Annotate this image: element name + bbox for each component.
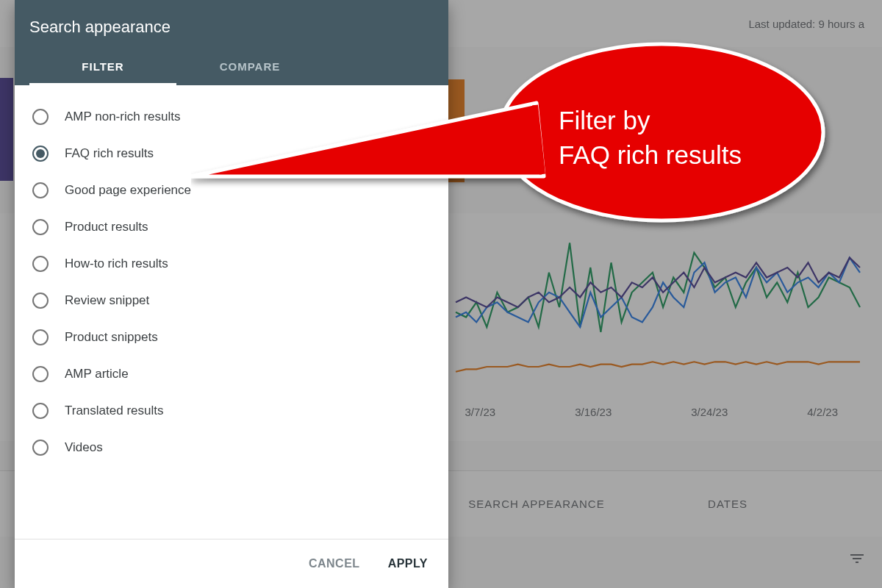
radio-icon — [32, 366, 49, 382]
dialog-header: Search appearance FILTER COMPARE — [15, 0, 448, 85]
filter-option-product-res[interactable]: Product results — [28, 209, 441, 245]
radio-icon — [32, 440, 49, 456]
filter-option-product-snip[interactable]: Product snippets — [28, 319, 441, 356]
radio-icon — [32, 219, 49, 235]
filter-option-label: Translated results — [65, 404, 163, 418]
cancel-button[interactable]: CANCEL — [304, 553, 365, 575]
filter-option-translated[interactable]: Translated results — [28, 392, 441, 429]
radio-icon — [32, 256, 49, 272]
filter-option-label: AMP article — [65, 367, 129, 381]
dialog-title: Search appearance — [29, 15, 434, 50]
filter-option-label: Good page experience — [65, 183, 191, 198]
filter-option-label: FAQ rich results — [65, 146, 154, 161]
filter-option-amp-nonrich[interactable]: AMP non-rich results — [28, 98, 441, 135]
search-appearance-dialog: Search appearance FILTER COMPARE AMP non… — [15, 0, 448, 588]
filter-option-amp-article[interactable]: AMP article — [28, 356, 441, 392]
filter-option-videos[interactable]: Videos — [28, 429, 441, 466]
filter-option-howto-rich[interactable]: How-to rich results — [28, 245, 441, 282]
filter-option-label: Videos — [65, 440, 103, 455]
radio-icon — [32, 293, 49, 309]
dialog-tab-compare[interactable]: COMPARE — [176, 50, 323, 85]
filter-options-list: AMP non-rich resultsFAQ rich resultsGood… — [15, 85, 448, 539]
filter-option-faq-rich[interactable]: FAQ rich results — [28, 135, 441, 172]
dialog-footer: CANCEL APPLY — [15, 539, 448, 588]
apply-button[interactable]: APPLY — [384, 553, 432, 575]
filter-option-label: Product snippets — [65, 330, 158, 345]
filter-option-label: Product results — [65, 220, 148, 234]
filter-option-label: Review snippet — [65, 293, 149, 308]
dialog-tabs: FILTER COMPARE — [29, 50, 434, 85]
filter-option-label: How-to rich results — [65, 257, 168, 271]
radio-icon — [32, 329, 49, 345]
radio-icon — [32, 109, 49, 125]
filter-option-label: AMP non-rich results — [65, 110, 180, 124]
filter-option-good-page-exp[interactable]: Good page experience — [28, 172, 441, 209]
dialog-tab-filter[interactable]: FILTER — [29, 50, 176, 85]
radio-icon — [32, 182, 49, 198]
radio-icon — [32, 146, 49, 162]
filter-option-review-snip[interactable]: Review snippet — [28, 282, 441, 319]
radio-icon — [32, 403, 49, 419]
